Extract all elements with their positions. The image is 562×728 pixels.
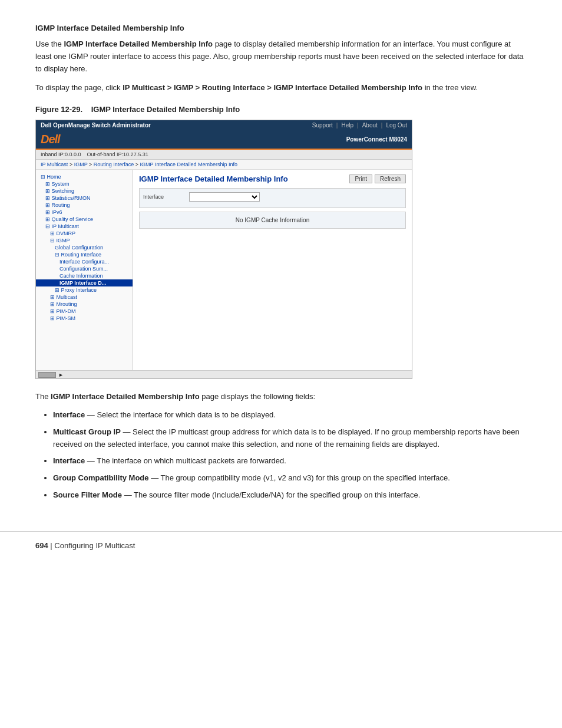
navpath-prefix: To display the page, click	[35, 83, 123, 92]
bullet-sep-interface2: —	[87, 456, 97, 465]
nav-path: To display the page, click IP Multicast …	[35, 82, 527, 94]
content-header: IGMP Interface Detailed Membership Info …	[139, 174, 406, 183]
section-title: IGMP Interface Detailed Membership Info	[35, 24, 527, 32]
bullet-label-source-filter: Source Filter Mode	[53, 490, 122, 499]
body-intro-rest: page displays the following fields:	[201, 392, 315, 401]
sidebar-item-mrouting[interactable]: ⊞ Mrouting	[36, 301, 133, 308]
figure-label: Figure 12-29.	[35, 105, 82, 114]
intro-bold: IGMP Interface Detailed Membership Info	[64, 39, 213, 48]
bullet-sep-source-filter: —	[124, 490, 134, 499]
intro-prefix: Use the	[35, 39, 64, 48]
sidebar-item-routing[interactable]: ⊞ Routing	[36, 202, 133, 209]
breadcrumb-item-2[interactable]: IGMP	[74, 162, 88, 167]
sidebar-item-proxy-interface[interactable]: ⊞ Proxy Interface	[36, 286, 133, 294]
bullet-text-source-filter: The source filter mode (Include/Exclude/…	[134, 490, 420, 499]
footer-section: Configuring IP Multicast	[54, 541, 135, 550]
body-intro: The IGMP Interface Detailed Membership I…	[35, 391, 527, 403]
inband-ip: Inband IP:0.0.0.0	[41, 151, 81, 157]
topbar-logout[interactable]: Log Out	[386, 122, 407, 129]
footer: 694 | Configuring IP Multicast	[0, 531, 562, 559]
form-area: Interface	[139, 188, 406, 208]
main-layout: ⊟ Home ⊞ System ⊞ Switching ⊞ Statistics…	[36, 170, 412, 370]
breadcrumb: IP Multicast > IGMP > Routing Interface …	[36, 160, 412, 170]
list-item-source-filter: Source Filter Mode — The source filter m…	[53, 489, 527, 502]
bullet-list: Interface — Select the interface for whi…	[53, 409, 527, 502]
bullet-sep-interface: —	[87, 410, 97, 419]
list-item-multicast-group: Multicast Group IP — Select the IP multi…	[53, 426, 527, 451]
bullet-text-interface: Select the interface for which data is t…	[97, 410, 276, 419]
sidebar-item-statistics[interactable]: ⊞ Statistics/RMON	[36, 195, 133, 202]
interface-select[interactable]	[189, 192, 260, 202]
breadcrumb-sep3: >	[135, 162, 140, 167]
page-content: IGMP Interface Detailed Membership Info …	[0, 0, 562, 531]
sidebar-item-config-summary[interactable]: Configuration Sum...	[36, 265, 133, 272]
scrollbar-arrow[interactable]: ►	[58, 372, 64, 378]
button-group: Print Refresh	[349, 174, 406, 183]
list-item-interface2: Interface — The interface on which multi…	[53, 455, 527, 467]
breadcrumb-item-4: IGMP Interface Detailed Membership Info	[140, 162, 237, 167]
sidebar-item-home[interactable]: ⊟ Home	[36, 173, 133, 180]
scrollbar-area[interactable]: ►	[36, 370, 412, 378]
bullet-text-group-compat: The group compatibility mode (v1, v2 and…	[161, 473, 450, 482]
breadcrumb-item-3[interactable]: Routing Interface	[94, 162, 134, 167]
sidebar-item-igmp-interface[interactable]: IGMP Interface D...	[36, 279, 133, 286]
topbar: Dell OpenManage Switch Administrator Sup…	[36, 120, 412, 130]
sidebar-item-multicast[interactable]: ⊞ Multicast	[36, 294, 133, 301]
navpath-suffix: in the tree view.	[425, 83, 478, 92]
sidebar-item-qos[interactable]: ⊞ Quality of Service	[36, 216, 133, 223]
bullet-label-multicast: Multicast Group IP	[53, 427, 121, 436]
sidebar-item-ipv6[interactable]: ⊞ IPv6	[36, 209, 133, 216]
ipbar: Inband IP:0.0.0.0 Out-of-band IP:10.27.5…	[36, 150, 412, 160]
bullet-label-interface: Interface	[53, 410, 85, 419]
sidebar-item-system[interactable]: ⊞ System	[36, 180, 133, 187]
sidebar-item-igmp[interactable]: ⊟ IGMP	[36, 237, 133, 244]
list-item-interface: Interface — Select the interface for whi…	[53, 409, 527, 421]
sidebar-item-switching[interactable]: ⊞ Switching	[36, 187, 133, 195]
intro-paragraph: Use the IGMP Interface Detailed Membersh…	[35, 38, 527, 75]
bullet-sep-group-compat: —	[151, 473, 160, 482]
topbar-sep1: |	[336, 122, 338, 129]
sidebar-item-pimdm[interactable]: ⊞ PIM-DM	[36, 308, 133, 315]
breadcrumb-sep1: >	[70, 162, 74, 167]
sidebar-item-dvmrp[interactable]: ⊞ DVMRP	[36, 230, 133, 237]
content-area: IGMP Interface Detailed Membership Info …	[133, 170, 412, 370]
bullet-label-group-compat: Group Compatibility Mode	[53, 473, 149, 482]
no-cache-message: No IGMP Cache Information	[139, 212, 406, 229]
figure-caption: Figure 12-29. IGMP Interface Detailed Me…	[35, 105, 527, 114]
scrollbar-thumb[interactable]	[38, 372, 56, 378]
dell-logo: Dell	[41, 133, 60, 146]
list-item-group-compat: Group Compatibility Mode — The group com…	[53, 472, 527, 485]
screenshot: Dell OpenManage Switch Administrator Sup…	[35, 120, 412, 379]
topbar-sep3: |	[381, 122, 383, 129]
sidebar-item-pimsm[interactable]: ⊞ PIM-SM	[36, 315, 133, 322]
footer-page-number: 694	[35, 541, 48, 550]
brandbar: Dell PowerConnect M8024	[36, 130, 412, 150]
topbar-support[interactable]: Support	[312, 122, 333, 129]
breadcrumb-item-1[interactable]: IP Multicast	[41, 162, 68, 167]
topbar-help[interactable]: Help	[341, 122, 353, 129]
body-intro-prefix: The	[35, 392, 51, 401]
navpath-bold: IP Multicast > IGMP > Routing Interface …	[123, 83, 422, 92]
bullet-text-interface2: The interface on which multicast packets…	[97, 456, 286, 465]
breadcrumb-sep2: >	[89, 162, 94, 167]
sidebar-item-routing-interface[interactable]: ⊟ Routing Interface	[36, 251, 133, 258]
outofband-ip: Out-of-band IP:10.27.5.31	[87, 151, 148, 157]
sidebar-item-interface-config[interactable]: Interface Configura...	[36, 258, 133, 265]
interface-row: Interface	[143, 192, 402, 202]
refresh-button[interactable]: Refresh	[375, 174, 406, 183]
interface-label: Interface	[143, 194, 184, 200]
topbar-title: Dell OpenManage Switch Administrator	[41, 122, 151, 129]
topbar-links: Support | Help | About | Log Out	[312, 122, 407, 129]
print-button[interactable]: Print	[349, 174, 372, 183]
sidebar-item-cache-info[interactable]: Cache Information	[36, 272, 133, 279]
bullet-label-interface2: Interface	[53, 456, 85, 465]
figure-title: IGMP Interface Detailed Membership Info	[91, 105, 240, 114]
body-intro-bold: IGMP Interface Detailed Membership Info	[51, 392, 200, 401]
topbar-sep2: |	[357, 122, 359, 129]
bullet-sep-multicast: —	[123, 427, 133, 436]
product-name: PowerConnect M8024	[346, 136, 407, 143]
sidebar-item-global-config[interactable]: Global Configuration	[36, 244, 133, 251]
topbar-about[interactable]: About	[362, 122, 378, 129]
content-title: IGMP Interface Detailed Membership Info	[139, 174, 288, 183]
sidebar-item-ipmulticast[interactable]: ⊟ IP Multicast	[36, 223, 133, 230]
